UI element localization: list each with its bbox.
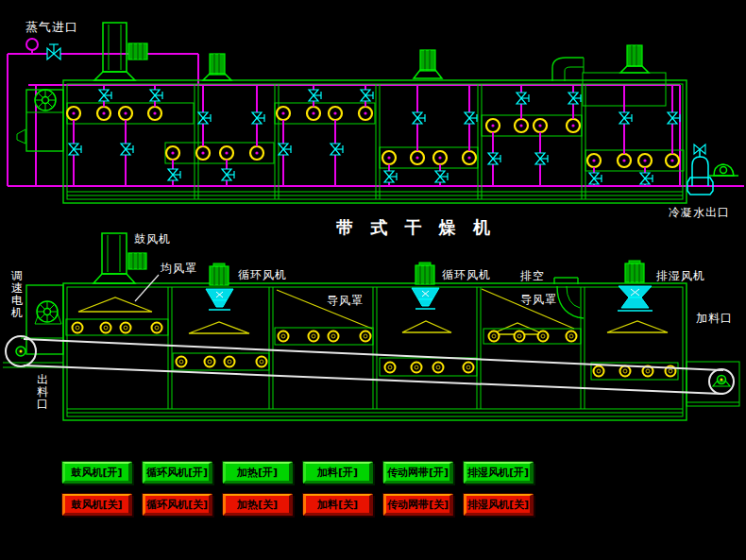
page-title: 带 式 干 燥 机 [336,216,496,239]
heating-off-button[interactable]: 加热[关] [223,494,293,516]
top-left-fan-icon [35,90,56,110]
vent-label: 排空 [520,268,545,284]
belt-dryer-hmi-screen: 蒸气进口 冷凝水出口 带 式 干 燥 机 鼓风机 均风罩 循环风机 导风罩 循环… [0,0,746,560]
speed-motor-icon [37,301,58,322]
discharge-outlet-label: 出料口 [37,374,50,411]
hood-leader-line [135,275,159,301]
conveyor-belt-on-button[interactable]: 传动网带[开] [383,462,453,484]
air-equalizing-hood-label: 均风罩 [161,261,197,277]
circulating-fan-on-button[interactable]: 循环风机[开] [143,462,212,484]
dehumidifying-fan-on-button[interactable]: 排湿风机[开] [464,462,534,484]
air-guide-hood-left-label: 导风罩 [327,293,364,309]
top-machine-frame [17,80,687,203]
air-guide-hood-right-label: 导风罩 [520,292,557,308]
feed-inlet-label: 加料口 [696,311,733,327]
condensate-outlet-label: 冷凝水出口 [669,205,730,221]
condensate-pump-icon [709,164,738,176]
circulating-fan-unit-right [412,263,439,309]
heating-on-button[interactable]: 加热[开] [223,462,293,484]
speed-motor-label: 调速电机 [11,270,25,319]
dehumidifying-fan-unit [618,261,653,311]
condensate-trap-assembly [687,144,738,195]
circulating-fan-left-label: 循环风机 [238,267,287,283]
blower-off-button[interactable]: 鼓风机[关] [62,494,132,516]
discharge-pulley-icon [16,347,25,356]
circulating-fan-off-button[interactable]: 循环风机[关] [143,494,212,516]
pipe-fittings [67,107,679,167]
top-blower-chimney [94,23,147,80]
blower-on-button[interactable]: 鼓风机[开] [62,462,132,484]
circulating-fan-right-label: 循环风机 [442,267,491,283]
feed-pulley-icon [713,376,730,387]
belt-rollers [73,323,676,377]
steam-inlet-valve-icon [47,44,60,59]
top-roof-stacks [203,45,649,80]
pressure-gauge-icon [26,39,38,50]
steam-inlet-label: 蒸气进口 [25,19,78,36]
dehumidifying-fan-off-button[interactable]: 排湿风机[关] [464,494,534,516]
feeding-on-button[interactable]: 加料[开] [303,462,373,484]
top-duct-elbow [552,58,666,106]
dehumidifying-fan-label: 排湿风机 [656,268,705,284]
blower-label: 鼓风机 [134,231,171,247]
conveyor-belt-off-button[interactable]: 传动网带[关] [383,494,453,516]
feeding-off-button[interactable]: 加料[关] [303,494,373,516]
